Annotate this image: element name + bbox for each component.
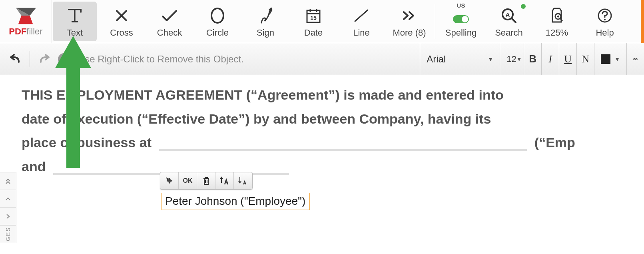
undo-icon: [8, 54, 20, 64]
address-blank[interactable]: [159, 150, 527, 150]
more-tools-button[interactable]: More (8): [385, 0, 433, 43]
toolbar-divider: [435, 4, 435, 39]
chevron-up-icon: [5, 196, 11, 201]
ok-button[interactable]: OK: [179, 172, 197, 189]
drawer-handle[interactable]: [641, 0, 644, 43]
calendar-icon: 15: [305, 5, 321, 26]
text-tool-button[interactable]: Text: [53, 2, 97, 41]
spelling-button[interactable]: US Spelling: [437, 0, 485, 43]
logo-text: PDFfiller: [9, 26, 42, 37]
help-icon: [597, 5, 613, 26]
check-tool-button[interactable]: Check: [146, 0, 193, 43]
chevron-right-icon: [6, 213, 10, 220]
line-tool-button[interactable]: Line: [337, 0, 385, 43]
svg-marker-22: [55, 36, 91, 168]
utility-tools: US Spelling A Search 125% Help: [437, 0, 629, 43]
chevron-double-up-icon: [5, 178, 11, 184]
size-up-icon: [220, 176, 229, 185]
document-text: THIS EMPLOYMENT AGREEMENT (“Agreement”) …: [22, 83, 644, 178]
chevron-double-right-icon: [401, 5, 417, 26]
svg-text:15: 15: [310, 15, 317, 21]
editing-tools: Text Cross Check Circle Sign: [52, 0, 433, 43]
pdffiller-logo-icon: [14, 6, 38, 26]
hint-text: Use Right-Click to Remove this Object.: [78, 54, 244, 65]
divider: [30, 51, 30, 67]
main-toolbar: PDFfiller Text Cross Check Circle: [0, 0, 644, 43]
text-color-picker[interactable]: ▼: [594, 43, 626, 75]
spelling-toggle[interactable]: [453, 15, 469, 23]
pages-sidebar: GES: [0, 172, 16, 243]
text-icon: [66, 5, 84, 26]
logo[interactable]: PDFfiller: [0, 0, 52, 43]
svg-point-18: [604, 19, 606, 20]
sign-icon: [257, 5, 273, 26]
redo-button[interactable]: [38, 52, 52, 66]
italic-button[interactable]: I: [541, 43, 559, 75]
font-size-select[interactable]: 12 ▼: [500, 43, 524, 75]
svg-line-14: [560, 18, 562, 21]
circle-icon: [209, 5, 225, 26]
tutorial-arrow: [55, 36, 91, 168]
zoom-icon: [548, 5, 565, 26]
size-down-icon: [238, 176, 248, 185]
spelling-region-label: US: [457, 2, 465, 9]
svg-marker-2: [18, 16, 32, 24]
cross-tool-button[interactable]: Cross: [98, 0, 146, 43]
help-button[interactable]: Help: [581, 0, 629, 43]
scroll-up-button[interactable]: [0, 190, 16, 208]
check-icon: [160, 5, 179, 26]
color-swatch: [601, 54, 610, 64]
format-toolbar: Use Right-Click to Remove this Object. A…: [0, 43, 644, 75]
move-handle[interactable]: [160, 172, 179, 189]
normal-style-button[interactable]: N: [576, 43, 594, 75]
link-icon: [633, 55, 638, 63]
document-canvas[interactable]: THIS EMPLOYMENT AGREEMENT (“Agreement”) …: [0, 75, 644, 254]
font-family-select[interactable]: Arial ▼: [420, 43, 500, 75]
sign-tool-button[interactable]: Sign: [241, 0, 289, 43]
pages-label: GES: [0, 225, 16, 243]
bold-button[interactable]: B: [524, 43, 541, 75]
delete-button[interactable]: [197, 172, 215, 189]
search-icon: A: [500, 5, 517, 26]
underline-button[interactable]: U: [559, 43, 576, 75]
search-indicator-dot: [521, 4, 526, 9]
text-object-toolbar: OK: [160, 172, 253, 190]
chevron-down-icon: ▼: [614, 56, 620, 62]
line-icon: [353, 5, 370, 26]
svg-line-11: [512, 18, 516, 22]
undo-button[interactable]: [7, 52, 22, 66]
svg-text:A: A: [506, 11, 510, 18]
chevron-down-icon: ▼: [488, 56, 493, 62]
chevron-down-icon: ▼: [516, 56, 522, 62]
date-tool-button[interactable]: 15 Date: [289, 0, 337, 43]
trash-icon: [202, 176, 210, 185]
redo-icon: [39, 54, 51, 64]
svg-point-3: [211, 8, 223, 23]
increase-size-button[interactable]: [215, 172, 234, 189]
text-cursor: [306, 196, 306, 208]
link-button[interactable]: [626, 43, 644, 75]
scroll-top-button[interactable]: [0, 172, 16, 190]
move-icon: [165, 176, 174, 185]
scroll-down-button[interactable]: [0, 208, 16, 225]
text-input-field[interactable]: Peter Johnson ("Employee"): [161, 193, 310, 210]
svg-line-9: [355, 10, 368, 21]
circle-tool-button[interactable]: Circle: [193, 0, 241, 43]
decrease-size-button[interactable]: [234, 172, 252, 189]
zoom-button[interactable]: 125%: [533, 0, 581, 43]
search-button[interactable]: A Search: [485, 0, 533, 43]
cross-icon: [114, 5, 130, 26]
